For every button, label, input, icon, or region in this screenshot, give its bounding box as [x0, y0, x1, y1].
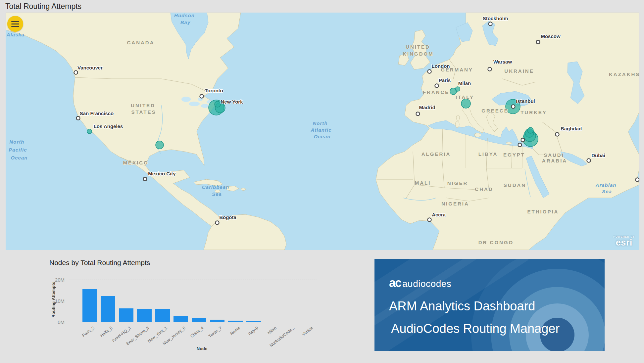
x-tick-label: Israel-HQ_3: [97, 326, 131, 354]
city-dot: [489, 22, 492, 26]
city-label: Vancouver: [77, 65, 103, 70]
brand-panel: acaudiocodes ARM Analytics Dashboard Aud…: [374, 259, 605, 351]
data-bubble[interactable]: [527, 127, 533, 133]
city-label: Warsaw: [493, 59, 512, 65]
bar-Paris_2[interactable]: [82, 289, 97, 322]
water-label: Pacific: [9, 147, 27, 153]
y-tick-label: 0M: [50, 319, 65, 325]
map-menu-button[interactable]: [7, 16, 23, 32]
region-label: KAZAKHST.: [609, 71, 639, 77]
world-map[interactable]: CANADAUNITEDSTATESMÉXICOUNITEDKINGDOMGER…: [6, 13, 639, 250]
region-label: SUDAN: [504, 182, 526, 188]
x-axis-title: Node: [169, 346, 235, 351]
data-bubble[interactable]: [156, 141, 164, 149]
water-label: Ocean: [11, 155, 28, 160]
region-label: TURKEY: [520, 110, 547, 115]
bar-Haifa_5[interactable]: [101, 296, 115, 322]
map-visual[interactable]: CANADAUNITEDSTATESMÉXICOUNITEDKINGDOMGER…: [6, 13, 639, 250]
data-bubble[interactable]: [461, 99, 471, 108]
x-tick-label: Beer_Sheva_8: [116, 326, 150, 354]
bar-New_York_1[interactable]: [155, 309, 170, 322]
city-label: Toronto: [205, 88, 223, 93]
city-label: Baghdad: [561, 126, 582, 131]
region-label: SAUDI: [544, 152, 564, 158]
data-bubble[interactable]: [87, 129, 92, 134]
esri-logo: esri: [613, 238, 635, 247]
city-label: Bogota: [219, 214, 236, 220]
city-dot: [536, 40, 540, 44]
x-tick-label: Venice: [279, 326, 314, 354]
region-label: ETHIOPIA: [527, 209, 559, 214]
region-label: STATES: [131, 109, 156, 115]
panel-subtitle: AudioCodes Routing Manager: [391, 322, 560, 336]
city-dot: [521, 138, 525, 142]
city-dot: [556, 133, 559, 136]
city-label: Accra: [432, 212, 446, 217]
city-label: London: [432, 63, 450, 69]
city-label: New York: [221, 99, 243, 105]
region-label: NIGERIA: [441, 201, 469, 206]
x-tick-label: New_York_1: [134, 326, 168, 354]
chart-title: Nodes by Total Routing Attempts: [49, 259, 150, 267]
city-label: San Francisco: [80, 111, 114, 116]
city-dot: [636, 178, 639, 182]
water-label: North: [313, 120, 328, 126]
x-tick-label: Milan: [243, 326, 277, 354]
y-tick-label: 10M: [50, 298, 65, 304]
city-label: Los Angeles: [94, 123, 123, 129]
bar-New_Jersey_6[interactable]: [173, 316, 188, 322]
city-dot: [200, 95, 204, 98]
audiocodes-logo-icon: ac: [389, 276, 401, 290]
city-label: Paris: [439, 77, 451, 83]
hamburger-icon: [11, 23, 19, 24]
bar-Israel-HQ_3[interactable]: [119, 308, 133, 322]
region-label: EGYPT: [503, 152, 525, 158]
water-label: Ocean: [314, 134, 331, 139]
bar-China_4[interactable]: [192, 318, 206, 322]
region-label: NIGER: [447, 180, 468, 186]
water-label: Arabian: [595, 182, 617, 188]
gridline: [70, 322, 317, 322]
city-dot: [416, 112, 420, 116]
region-label: ARABIA: [542, 158, 567, 163]
city-label: Mexico City: [148, 171, 176, 176]
water-label: Alaska: [6, 32, 25, 37]
audiocodes-logo: acaudiocodes: [389, 276, 451, 290]
region-label: ALGERIA: [421, 151, 451, 157]
city-dot: [488, 68, 492, 71]
city-label: Stockholm: [483, 16, 508, 21]
city-dot: [74, 71, 78, 74]
data-bubble[interactable]: [215, 101, 221, 107]
city-label: Madrid: [419, 105, 435, 110]
city-dot: [518, 143, 522, 147]
city-label: Istanbul: [516, 98, 535, 104]
city-dot: [587, 159, 591, 162]
water-label: North: [10, 139, 25, 145]
region-label: LIBYA: [478, 151, 498, 157]
water-label: Hudson: [174, 13, 195, 18]
region-label: ITALY: [456, 94, 474, 100]
city-label: Dubai: [591, 153, 605, 158]
bar-Rome[interactable]: [228, 321, 243, 322]
panel-title: ARM Analytics Dashboard: [389, 299, 535, 313]
region-label: CHAD: [475, 186, 493, 192]
water-label: Atlantic: [310, 127, 331, 133]
city-label: Moscow: [541, 33, 561, 39]
data-bubble[interactable]: [455, 87, 460, 91]
city-dot: [76, 116, 80, 120]
water-label: Caribbean: [202, 184, 229, 190]
region-label: UKRAINE: [504, 68, 534, 74]
hamburger-icon: [11, 21, 19, 22]
bar-Texas_7[interactable]: [210, 320, 224, 322]
bar-Beer_Sheva_8[interactable]: [137, 309, 152, 322]
esri-attribution: POWERED BY esri: [613, 236, 635, 247]
hamburger-icon: [11, 26, 19, 27]
water-label: Sea: [602, 189, 612, 194]
region-label: GREECE: [481, 108, 508, 113]
water-label: Bay: [180, 20, 191, 25]
x-tick-label: Haifa_5: [79, 326, 113, 354]
bar-Italy-9[interactable]: [246, 321, 261, 322]
gridline: [70, 280, 317, 280]
region-label: CANADA: [127, 40, 155, 45]
water-label: Sea: [212, 191, 222, 197]
